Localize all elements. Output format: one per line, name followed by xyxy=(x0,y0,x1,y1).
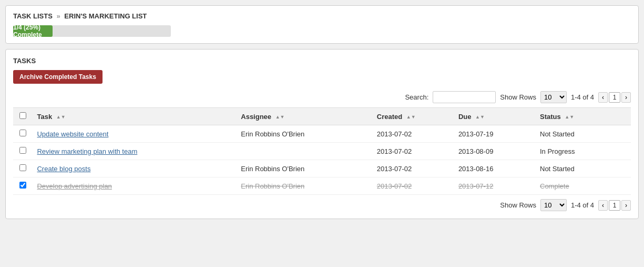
row-checkbox-1[interactable] xyxy=(19,130,26,136)
row-checkbox-3[interactable] xyxy=(19,164,26,171)
progress-bar-fill: 1/4 (25%) Complete xyxy=(13,25,53,37)
breadcrumb: TASK LISTS » ERIN'S MARKETING LIST xyxy=(13,12,631,20)
sort-arrows-task[interactable]: ▲▼ xyxy=(56,115,66,120)
show-rows-label: Show Rows xyxy=(500,93,536,101)
current-page-bottom: 1 xyxy=(609,200,620,211)
task-link-3[interactable]: Create blog posts xyxy=(37,165,90,173)
sort-arrows-due[interactable]: ▲▼ xyxy=(475,115,485,120)
show-rows-label-bottom: Show Rows xyxy=(500,201,536,209)
tasks-panel: TASKS Archive Completed Tasks Search: Sh… xyxy=(5,49,639,219)
created-cell-1: 2013-07-02 xyxy=(373,125,454,143)
status-cell-4: Complete xyxy=(536,177,631,195)
rows-per-page-select[interactable]: 10 25 50 100 xyxy=(540,91,567,103)
status-cell-3: Not Started xyxy=(536,160,631,177)
breadcrumb-separator: » xyxy=(57,12,60,20)
due-cell-2: 2013-08-09 xyxy=(454,143,536,160)
bottom-table-controls: Show Rows 10 25 50 100 1-4 of 4 ‹ 1 › xyxy=(13,199,631,211)
table-row: Develop advertising planErin Robbins O'B… xyxy=(13,177,631,195)
breadcrumb-part2: ERIN'S MARKETING LIST xyxy=(64,12,147,20)
progress-bar-container: 1/4 (25%) Complete xyxy=(13,25,171,37)
due-cell-1: 2013-07-19 xyxy=(454,125,536,143)
assignee-cell-4: Erin Robbins O'Brien xyxy=(237,177,373,195)
created-cell-2: 2013-07-02 xyxy=(373,143,454,160)
pagination-top: ‹ 1 › xyxy=(598,92,631,103)
col-header-task: Task ▲▼ xyxy=(33,108,237,125)
page-info-bottom: 1-4 of 4 xyxy=(571,201,594,209)
col-header-assignee: Assignee ▲▼ xyxy=(237,108,373,125)
tasks-section-title: TASKS xyxy=(13,57,631,65)
next-page-button-top[interactable]: › xyxy=(621,92,631,103)
prev-page-button-bottom[interactable]: ‹ xyxy=(598,200,608,211)
row-checkbox-2[interactable] xyxy=(19,147,26,154)
search-input[interactable] xyxy=(433,91,496,103)
task-link-1[interactable]: Update website content xyxy=(37,130,108,138)
page-info-top: 1-4 of 4 xyxy=(571,93,594,101)
header-panel: TASK LISTS » ERIN'S MARKETING LIST 1/4 (… xyxy=(5,5,639,44)
archive-completed-tasks-button[interactable]: Archive Completed Tasks xyxy=(13,70,103,84)
select-all-checkbox[interactable] xyxy=(19,112,26,119)
sort-arrows-status[interactable]: ▲▼ xyxy=(565,115,574,120)
row-checkbox-4[interactable] xyxy=(19,182,26,189)
col-header-due: Due ▲▼ xyxy=(454,108,536,125)
created-cell-4: 2013-07-02 xyxy=(373,177,454,195)
task-link-2[interactable]: Review marketing plan with team xyxy=(37,147,137,155)
assignee-cell-3: Erin Robbins O'Brien xyxy=(237,160,373,177)
rows-per-page-select-bottom[interactable]: 10 25 50 100 xyxy=(540,199,567,211)
task-link-4[interactable]: Develop advertising plan xyxy=(37,182,111,190)
col-header-created: Created ▲▼ xyxy=(373,108,454,125)
search-label: Search: xyxy=(405,93,428,101)
table-row: Review marketing plan with team2013-07-0… xyxy=(13,143,631,160)
pagination-bottom: ‹ 1 › xyxy=(598,200,631,211)
progress-bar-label: 1/4 (25%) Complete xyxy=(13,25,53,37)
status-cell-2: In Progress xyxy=(536,143,631,160)
next-page-button-bottom[interactable]: › xyxy=(621,200,631,211)
breadcrumb-part1: TASK LISTS xyxy=(13,12,53,20)
assignee-cell-1: Erin Robbins O'Brien xyxy=(237,125,373,143)
table-header-row: Task ▲▼ Assignee ▲▼ Created ▲▼ Due ▲▼ St… xyxy=(13,108,631,125)
tasks-table: Task ▲▼ Assignee ▲▼ Created ▲▼ Due ▲▼ St… xyxy=(13,107,631,195)
current-page-top: 1 xyxy=(609,92,620,103)
col-header-status: Status ▲▼ xyxy=(536,108,631,125)
sort-arrows-assignee[interactable]: ▲▼ xyxy=(275,115,285,120)
prev-page-button-top[interactable]: ‹ xyxy=(598,92,608,103)
table-row: Create blog postsErin Robbins O'Brien201… xyxy=(13,160,631,177)
table-row: Update website contentErin Robbins O'Bri… xyxy=(13,125,631,143)
created-cell-3: 2013-07-02 xyxy=(373,160,454,177)
col-header-checkbox xyxy=(13,108,33,125)
due-cell-3: 2013-08-16 xyxy=(454,160,536,177)
status-cell-1: Not Started xyxy=(536,125,631,143)
due-cell-4: 2013-07-12 xyxy=(454,177,536,195)
assignee-cell-2 xyxy=(237,143,373,160)
top-table-controls: Search: Show Rows 10 25 50 100 1-4 of 4 … xyxy=(13,91,631,103)
sort-arrows-created[interactable]: ▲▼ xyxy=(406,115,416,120)
